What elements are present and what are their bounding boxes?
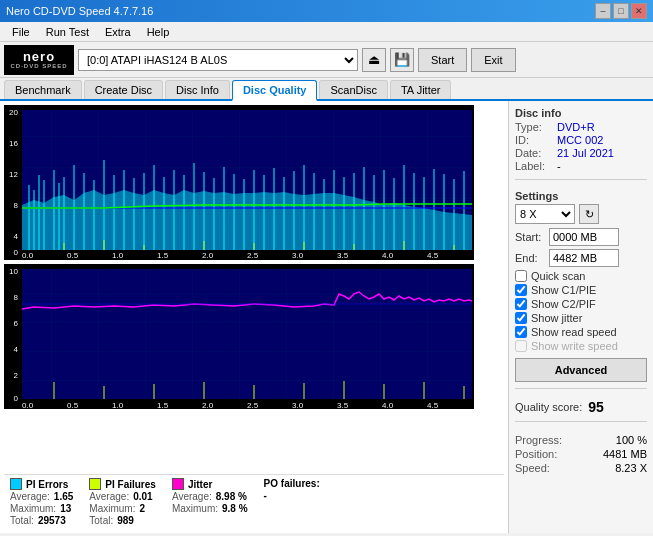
start-label: Start: (515, 231, 545, 243)
svg-text:0.0: 0.0 (22, 251, 34, 260)
maximize-button[interactable]: □ (613, 3, 629, 19)
save-icon[interactable]: 💾 (390, 48, 414, 72)
chart-top: 20 16 12 8 4 0 20 16 12 8 4 0 (4, 105, 474, 260)
quality-score-value: 95 (588, 399, 604, 415)
quick-scan-label: Quick scan (531, 270, 585, 282)
show-jitter-checkbox[interactable] (515, 312, 527, 324)
svg-text:2.5: 2.5 (247, 401, 259, 409)
svg-text:0.0: 0.0 (22, 401, 34, 409)
start-button[interactable]: Start (418, 48, 467, 72)
jitter-avg: 8.98 % (216, 491, 247, 502)
po-failures-value: - (264, 490, 267, 501)
quick-scan-checkbox[interactable] (515, 270, 527, 282)
tab-ta-jitter[interactable]: TA Jitter (390, 80, 452, 99)
legend-pi-failures: PI Failures Average: 0.01 Maximum: 2 Tot… (89, 478, 156, 526)
svg-text:4.0: 4.0 (382, 251, 394, 260)
window-controls: – □ ✕ (595, 3, 647, 19)
svg-text:4: 4 (14, 345, 19, 354)
end-label: End: (515, 252, 545, 264)
speed-label: Speed: (515, 462, 550, 474)
disc-info-title: Disc info (515, 107, 647, 119)
show-c2pif-checkbox[interactable] (515, 298, 527, 310)
pi-failures-color (89, 478, 101, 490)
pi-failures-title: PI Failures (105, 479, 156, 490)
show-write-speed-checkbox (515, 340, 527, 352)
chart-area: 20 16 12 8 4 0 20 16 12 8 4 0 (0, 101, 508, 533)
toolbar: nero CD·DVD SPEED [0:0] ATAPI iHAS124 B … (0, 42, 653, 78)
type-value: DVD+R (557, 121, 595, 133)
divider-1 (515, 179, 647, 180)
pi-errors-total: 29573 (38, 515, 66, 526)
svg-text:10: 10 (9, 267, 18, 276)
minimize-button[interactable]: – (595, 3, 611, 19)
show-c1pie-checkbox[interactable] (515, 284, 527, 296)
tab-benchmark[interactable]: Benchmark (4, 80, 82, 99)
main-content: 20 16 12 8 4 0 20 16 12 8 4 0 (0, 101, 653, 533)
exit-button[interactable]: Exit (471, 48, 515, 72)
position-label: Position: (515, 448, 557, 460)
tab-create-disc[interactable]: Create Disc (84, 80, 163, 99)
svg-text:1.0: 1.0 (112, 251, 124, 260)
info-panel: Disc info Type: DVD+R ID: MCC 002 Date: … (508, 101, 653, 533)
show-write-speed-label: Show write speed (531, 340, 618, 352)
divider-2 (515, 388, 647, 389)
menu-help[interactable]: Help (139, 24, 178, 40)
svg-text:3.0: 3.0 (292, 251, 304, 260)
id-value: MCC 002 (557, 134, 603, 146)
title-text: Nero CD-DVD Speed 4.7.7.16 (6, 5, 153, 17)
svg-text:2: 2 (14, 371, 19, 380)
menu-extra[interactable]: Extra (97, 24, 139, 40)
settings-section: Settings 8 X 4 X MAX ↻ Start: End: Quick… (515, 190, 647, 382)
svg-text:8: 8 (14, 293, 19, 302)
menu-file[interactable]: File (4, 24, 38, 40)
refresh-button[interactable]: ↻ (579, 204, 599, 224)
position-value: 4481 MB (603, 448, 647, 460)
svg-text:1.5: 1.5 (157, 401, 169, 409)
label-value: - (557, 160, 561, 172)
svg-text:0: 0 (14, 248, 19, 257)
svg-text:20: 20 (9, 108, 18, 117)
tab-scan-disc[interactable]: ScanDisc (319, 80, 387, 99)
show-read-speed-label: Show read speed (531, 326, 617, 338)
progress-section: Progress: 100 % Position: 4481 MB Speed:… (515, 434, 647, 476)
drive-selector[interactable]: [0:0] ATAPI iHAS124 B AL0S (78, 49, 358, 71)
svg-text:4.0: 4.0 (382, 401, 394, 409)
svg-text:0.5: 0.5 (67, 401, 79, 409)
eject-icon[interactable]: ⏏ (362, 48, 386, 72)
show-jitter-label: Show jitter (531, 312, 582, 324)
progress-label: Progress: (515, 434, 562, 446)
svg-text:4.5: 4.5 (427, 401, 439, 409)
id-label: ID: (515, 134, 553, 146)
svg-text:0.5: 0.5 (67, 251, 79, 260)
tab-disc-info[interactable]: Disc Info (165, 80, 230, 99)
jitter-color (172, 478, 184, 490)
advanced-button[interactable]: Advanced (515, 358, 647, 382)
speed-selector[interactable]: 8 X 4 X MAX (515, 204, 575, 224)
svg-text:1.0: 1.0 (112, 401, 124, 409)
show-c2pif-label: Show C2/PIF (531, 298, 596, 310)
start-input[interactable] (549, 228, 619, 246)
title-bar: Nero CD-DVD Speed 4.7.7.16 – □ ✕ (0, 0, 653, 22)
svg-text:0: 0 (14, 394, 19, 403)
show-read-speed-checkbox[interactable] (515, 326, 527, 338)
svg-text:3.5: 3.5 (337, 401, 349, 409)
svg-text:2.0: 2.0 (202, 401, 214, 409)
speed-value: 8.23 X (615, 462, 647, 474)
svg-rect-83 (22, 269, 472, 399)
svg-text:4.5: 4.5 (427, 251, 439, 260)
legend-po-failures: PO failures: - (264, 478, 320, 526)
end-input[interactable] (549, 249, 619, 267)
menu-bar: File Run Test Extra Help (0, 22, 653, 42)
chart-bottom: 10 8 6 4 2 0 10 8 6 4 2 0 (4, 264, 474, 409)
pi-errors-avg: 1.65 (54, 491, 73, 502)
date-value: 21 Jul 2021 (557, 147, 614, 159)
settings-title: Settings (515, 190, 647, 202)
close-button[interactable]: ✕ (631, 3, 647, 19)
divider-3 (515, 421, 647, 422)
tab-disc-quality[interactable]: Disc Quality (232, 80, 318, 101)
pi-failures-max: 2 (139, 503, 145, 514)
type-label: Type: (515, 121, 553, 133)
menu-run-test[interactable]: Run Test (38, 24, 97, 40)
nero-logo: nero CD·DVD SPEED (4, 45, 74, 75)
pi-errors-color (10, 478, 22, 490)
